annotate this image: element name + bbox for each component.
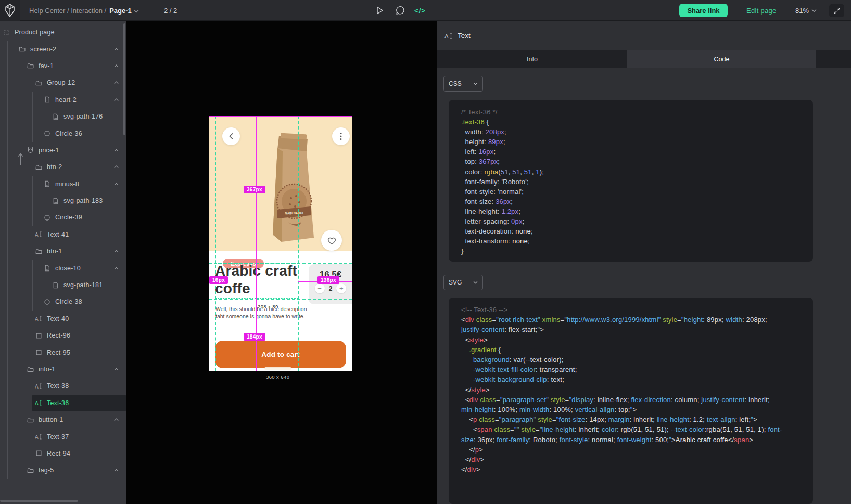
layer-label: Text-41	[47, 231, 69, 238]
sidebar-item-svg-path-181[interactable]: svg-path-181	[0, 277, 126, 293]
svg-text:A: A	[35, 232, 39, 238]
tree-guide-line	[7, 277, 16, 293]
code-line: <div class="root rich-text" xmlns="http:…	[461, 315, 801, 325]
layer-label: Circle-36	[55, 130, 82, 137]
chevron-up-icon[interactable]	[113, 182, 119, 186]
chevron-up-icon[interactable]	[113, 98, 119, 102]
chevron-up-icon[interactable]	[113, 418, 119, 422]
sidebar-item-btn-1[interactable]: btn-1	[0, 243, 126, 260]
design-canvas[interactable]: NABI NAHUI Expresso Arabic craft	[126, 21, 437, 504]
svg-text:A: A	[35, 400, 39, 406]
sidebar-item-fav-1[interactable]: fav-1	[0, 58, 126, 74]
comments-button[interactable]	[392, 0, 409, 21]
breadcrumb-current-page[interactable]: Page-1	[109, 7, 132, 15]
sidebar-item-rect-96[interactable]: Rect-96	[0, 327, 126, 344]
play-button[interactable]	[372, 0, 388, 21]
sidebar-item-circle-39[interactable]: Circle-39	[0, 209, 126, 226]
tree-guide-line	[16, 192, 24, 209]
back-button[interactable]	[222, 127, 240, 145]
tree-guide-line	[24, 327, 32, 344]
decrease-quantity-button[interactable]: −	[315, 283, 325, 293]
chevron-up-icon[interactable]	[113, 47, 119, 51]
fullscreen-button[interactable]	[829, 4, 844, 17]
increase-quantity-button[interactable]: +	[336, 283, 346, 293]
tree-guide-line	[16, 361, 24, 378]
tree-guide-line	[24, 243, 32, 260]
layer-label: btn-2	[47, 163, 62, 171]
tree-guide-line	[7, 311, 16, 327]
sidebar-item-rect-95[interactable]: Rect-95	[0, 344, 126, 360]
sidebar-item-rect-94[interactable]: Rect-94	[0, 445, 126, 462]
sidebar-vertical-scrollbar[interactable]	[123, 23, 125, 135]
tab-code[interactable]: Code	[627, 50, 816, 68]
chevron-down-icon[interactable]	[134, 7, 139, 15]
tree-guide-line	[16, 125, 24, 141]
sidebar-item-minus-8[interactable]: minus-8	[0, 176, 126, 192]
chevron-up-icon[interactable]	[113, 148, 119, 152]
sidebar-item-text-38[interactable]: AText-38	[0, 378, 126, 394]
sidebar-item-svg-path-183[interactable]: svg-path-183	[0, 192, 126, 209]
zoom-level-control[interactable]: 81%	[795, 0, 817, 21]
sidebar-item-circle-38[interactable]: Circle-38	[0, 293, 126, 310]
folder-icon	[35, 248, 42, 255]
tree-guide-line	[7, 209, 16, 226]
sidebar-item-screen-2[interactable]: screen-2	[0, 41, 126, 57]
tree-guide-line	[7, 159, 16, 175]
code-line: top: 367px;	[461, 157, 801, 166]
tree-guide-line	[16, 176, 24, 192]
sidebar-item-button-1[interactable]: button-1	[0, 411, 126, 428]
sidebar-item-info-1[interactable]: info-1	[0, 361, 126, 378]
chevron-up-icon[interactable]	[113, 81, 119, 85]
tab-info[interactable]: Info	[437, 50, 627, 68]
svg-format-select[interactable]: SVG	[443, 275, 483, 290]
chevron-up-icon[interactable]	[113, 165, 119, 169]
product-page-screen[interactable]: NABI NAHUI Expresso Arabic craft	[209, 116, 352, 371]
tree-guide-line	[24, 176, 32, 192]
sidebar-item-tag-5[interactable]: tag-5	[0, 462, 126, 479]
sidebar-item-text-37[interactable]: AText-37	[0, 428, 126, 445]
tree-guide-line	[7, 108, 16, 125]
share-link-button[interactable]: Share link	[679, 4, 728, 17]
tree-guide-line	[7, 192, 16, 209]
chevron-up-icon[interactable]	[113, 64, 119, 68]
chevron-up-icon[interactable]	[113, 367, 119, 371]
css-code-block[interactable]: /* Text-36 */.text-36 { width: 208px; he…	[449, 100, 813, 262]
rect-icon	[35, 349, 42, 356]
sidebar-item-circle-36[interactable]: Circle-36	[0, 125, 126, 141]
breadcrumb[interactable]: Help Center / Interaction / Page-1	[29, 0, 139, 21]
svg-file-icon	[52, 113, 59, 120]
tree-guide-line	[7, 92, 16, 108]
sidebar-item-heart-2[interactable]: heart-2	[0, 92, 126, 108]
app-logo[interactable]	[0, 0, 20, 21]
tree-guide-line	[7, 74, 16, 91]
more-options-button[interactable]	[332, 127, 350, 145]
chevron-up-icon[interactable]	[113, 249, 119, 253]
folder-icon	[27, 467, 34, 474]
tree-guide-line	[41, 108, 49, 125]
sidebar-horizontal-scrollbar[interactable]	[0, 500, 78, 502]
text-icon: A	[35, 399, 42, 407]
inspector-panel: A Text Info Code CSS /* Text-36 */.text-…	[437, 21, 851, 504]
svg-text:A: A	[444, 33, 449, 39]
sidebar-item-group-12[interactable]: Group-12	[0, 74, 126, 91]
chevron-up-icon[interactable]	[113, 468, 119, 472]
sidebar-item-text-40[interactable]: AText-40	[0, 311, 126, 327]
tree-guide-line	[7, 142, 16, 159]
code-line: -webkit-background-clip: text;	[461, 374, 801, 384]
tree-guide-line	[24, 311, 32, 327]
sidebar-item-text-36[interactable]: AText-36	[0, 395, 126, 411]
sidebar-item-text-41[interactable]: AText-41	[0, 226, 126, 243]
code-view-button[interactable]: </>	[412, 0, 428, 21]
svg-file-icon	[43, 96, 50, 104]
css-format-select[interactable]: CSS	[443, 76, 483, 92]
sidebar-item-close-10[interactable]: close-10	[0, 260, 126, 276]
tree-guide-line	[32, 209, 41, 226]
sidebar-item-product-page[interactable]: Product page	[0, 24, 126, 41]
svg-code-block[interactable]: <!-- Text-36 --><div class="root rich-te…	[449, 298, 813, 504]
sidebar-item-svg-path-176[interactable]: svg-path-176	[0, 108, 126, 125]
tree-guide-line	[16, 92, 24, 108]
add-to-cart-button[interactable]: Add to cart	[215, 341, 346, 368]
chevron-up-icon[interactable]	[113, 266, 119, 270]
edit-page-link[interactable]: Edit page	[746, 0, 777, 21]
favorite-button[interactable]	[321, 230, 342, 251]
